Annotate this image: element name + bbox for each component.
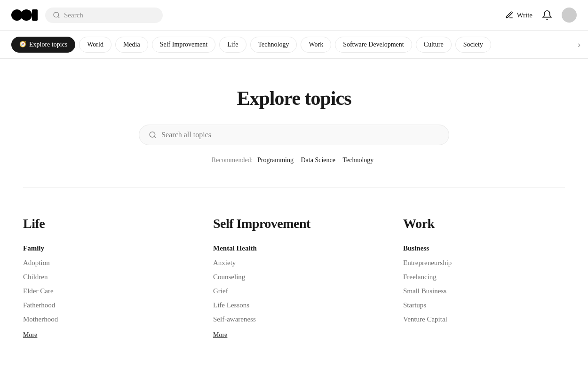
- nav-chip-label: Life: [227, 41, 238, 48]
- nav-arrow-right[interactable]: ›: [578, 39, 580, 49]
- list-item: Grief: [213, 285, 375, 297]
- recommended-link-programming[interactable]: Programming: [257, 157, 294, 164]
- topic-link-self-awareness[interactable]: Self-awareness: [213, 315, 256, 323]
- section-divider: [23, 188, 565, 188]
- list-item: Children: [23, 271, 185, 282]
- logo-rect: [32, 9, 38, 21]
- topic-search-bar[interactable]: [139, 125, 449, 145]
- list-item: Motherhood: [23, 313, 185, 325]
- subtopic-group-title-family: Family: [23, 244, 185, 252]
- subtopic-group-title-mental-health: Mental Health: [213, 244, 375, 252]
- nav-chip-self-improvement[interactable]: Self Improvement: [152, 37, 215, 53]
- list-item: Counseling: [213, 271, 375, 282]
- topic-link-anxiety[interactable]: Anxiety: [213, 259, 236, 266]
- subtopic-group-mental-health: Mental Health Anxiety Counseling Grief L…: [213, 244, 375, 339]
- subtopic-group-title-business: Business: [403, 244, 565, 252]
- nav-chip-label: Society: [463, 41, 483, 48]
- topic-link-startups[interactable]: Startups: [403, 301, 426, 309]
- nav-chip-media[interactable]: Media: [115, 37, 148, 53]
- list-item: Self-awareness: [213, 313, 375, 325]
- more-link-mental-health[interactable]: More: [213, 331, 227, 339]
- topics-grid: Life Family Adoption Children Elder Care…: [23, 216, 565, 348]
- recommended-link-data-science[interactable]: Data Science: [301, 157, 335, 164]
- topic-link-venture-capital[interactable]: Venture Capital: [403, 315, 447, 323]
- user-avatar[interactable]: [562, 8, 577, 23]
- topic-search-icon: [149, 131, 157, 139]
- nav-chip-work[interactable]: Work: [301, 37, 331, 53]
- nav-chip-label: Culture: [424, 41, 444, 48]
- header-right: Write: [505, 8, 577, 23]
- edit-icon: [505, 11, 514, 19]
- topic-search-wrap: [23, 125, 565, 145]
- list-item: Elder Care: [23, 285, 185, 297]
- svg-line-1: [58, 16, 59, 18]
- write-label: Write: [516, 11, 532, 19]
- svg-point-0: [54, 12, 59, 17]
- topic-link-life-lessons[interactable]: Life Lessons: [213, 301, 249, 309]
- nav-chip-label: Work: [309, 41, 323, 48]
- topic-search-input[interactable]: [161, 131, 439, 139]
- section-self-improvement: Self Improvement Mental Health Anxiety C…: [213, 216, 375, 348]
- notifications-button[interactable]: [542, 10, 552, 20]
- list-item: Venture Capital: [403, 313, 565, 325]
- list-item: Startups: [403, 299, 565, 311]
- nav-chip-technology[interactable]: Technology: [250, 37, 297, 53]
- nav-chip-software-development[interactable]: Software Development: [335, 37, 412, 53]
- logo-circle2: [21, 9, 32, 21]
- subtopic-list-family: Adoption Children Elder Care Fatherhood …: [23, 257, 185, 325]
- compass-icon: 🧭: [19, 41, 26, 48]
- nav-chip-life[interactable]: Life: [219, 37, 246, 53]
- section-title-life: Life: [23, 216, 185, 231]
- bell-icon: [542, 10, 552, 20]
- nav-chip-label: World: [87, 41, 103, 48]
- list-item: Entrepreneurship: [403, 257, 565, 268]
- list-item: Adoption: [23, 257, 185, 268]
- recommended-link-technology[interactable]: Technology: [342, 157, 373, 164]
- section-work: Work Business Entrepreneurship Freelanci…: [403, 216, 565, 348]
- subtopic-list-mental-health: Anxiety Counseling Grief Life Lessons Se…: [213, 257, 375, 325]
- logo[interactable]: [11, 9, 38, 21]
- topic-link-fatherhood[interactable]: Fatherhood: [23, 301, 55, 309]
- write-button[interactable]: Write: [505, 11, 532, 19]
- topic-link-motherhood[interactable]: Motherhood: [23, 315, 58, 323]
- topic-link-adoption[interactable]: Adoption: [23, 259, 50, 266]
- main-content: Explore topics Recommended: Programming …: [12, 59, 576, 367]
- nav-chip-label: Self Improvement: [160, 41, 207, 48]
- subtopic-list-business: Entrepreneurship Freelancing Small Busin…: [403, 257, 565, 325]
- svg-line-3: [154, 136, 156, 138]
- list-item: Small Business: [403, 285, 565, 297]
- topic-link-counseling[interactable]: Counseling: [213, 273, 245, 281]
- nav-chip-label: Explore topics: [29, 41, 67, 48]
- nav-chip-label: Technology: [258, 41, 289, 48]
- topic-link-small-business[interactable]: Small Business: [403, 287, 446, 295]
- list-item: Fatherhood: [23, 299, 185, 311]
- topic-link-entrepreneurship[interactable]: Entrepreneurship: [403, 259, 452, 266]
- topic-link-freelancing[interactable]: Freelancing: [403, 273, 437, 281]
- search-icon: [53, 11, 60, 19]
- topic-link-children[interactable]: Children: [23, 273, 48, 281]
- nav-chip-society[interactable]: Society: [455, 37, 491, 53]
- section-title-self-improvement: Self Improvement: [213, 216, 375, 231]
- more-link-family[interactable]: More: [23, 331, 37, 339]
- nav-chip-world[interactable]: World: [79, 37, 111, 53]
- list-item: Freelancing: [403, 271, 565, 282]
- svg-point-2: [150, 132, 155, 137]
- page-title: Explore topics: [23, 87, 565, 110]
- nav-chip-label: Software Development: [343, 41, 404, 48]
- subtopic-group-business: Business Entrepreneurship Freelancing Sm…: [403, 244, 565, 325]
- nav-chip-explore-topics[interactable]: 🧭 Explore topics: [11, 37, 75, 53]
- topic-link-elder-care[interactable]: Elder Care: [23, 287, 54, 295]
- nav-chip-label: Media: [123, 41, 140, 48]
- topic-link-grief[interactable]: Grief: [213, 287, 228, 295]
- section-life: Life Family Adoption Children Elder Care…: [23, 216, 185, 348]
- nav-chip-culture[interactable]: Culture: [416, 37, 452, 53]
- header-search-bar[interactable]: Search: [45, 8, 163, 23]
- recommended-label: Recommended:: [212, 157, 253, 164]
- list-item: Anxiety: [213, 257, 375, 268]
- subtopic-group-family: Family Adoption Children Elder Care Fath…: [23, 244, 185, 339]
- topics-nav: 🧭 Explore topics World Media Self Improv…: [0, 31, 588, 59]
- recommended-section: Recommended: Programming Data Science Te…: [23, 157, 565, 164]
- section-title-work: Work: [403, 216, 565, 231]
- header: Search Write: [0, 0, 588, 31]
- header-search-label: Search: [64, 11, 83, 19]
